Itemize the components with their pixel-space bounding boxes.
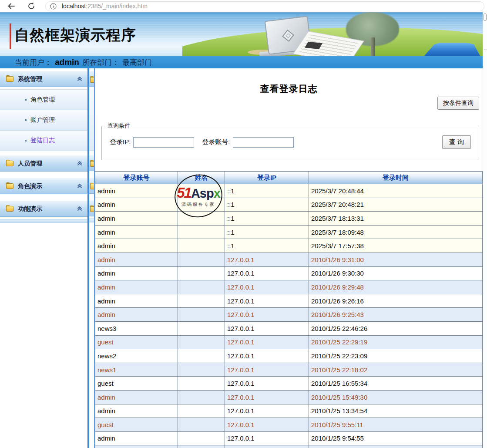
table-row: admin127.0.0.12010/1/26 9:30:30 xyxy=(95,266,483,280)
table-row: admin127.0.0.12010/1/26 9:25:43 xyxy=(95,308,483,322)
cell-time: 2025/3/7 17:57:38 xyxy=(309,239,483,253)
scrollbar-thumb[interactable] xyxy=(484,13,487,21)
cell-time: 2010/1/25 22:46:26 xyxy=(309,321,483,335)
cell-name xyxy=(178,390,225,404)
cell-time xyxy=(309,445,483,448)
folder-icon xyxy=(6,76,13,82)
menu-group-人员管理[interactable]: 人员管理 xyxy=(0,155,87,172)
cell-time: 2025/3/7 20:48:44 xyxy=(309,184,483,198)
login-account-label: 登录账号: xyxy=(202,138,230,146)
table-row: guest127.0.0.12010/1/25 16:55:34 xyxy=(95,377,483,391)
cell-name xyxy=(178,184,225,198)
back-icon[interactable] xyxy=(7,2,16,10)
cell-name xyxy=(178,404,225,418)
collapse-chevron-icon[interactable] xyxy=(77,205,82,213)
cell-account: admin xyxy=(95,404,178,418)
address-bar[interactable]: localhost:2385/_main/index.htm xyxy=(45,1,484,11)
cell-time: 2010/1/25 16:55:34 xyxy=(309,377,483,391)
cell-ip: ::1 xyxy=(225,198,309,212)
cell-account: admin xyxy=(95,198,178,212)
cell-account: admin xyxy=(95,212,178,226)
user-status-bar: 当前用户： admin 所在部门： 最高部门 xyxy=(0,56,483,68)
cell-account: news3 xyxy=(95,321,178,335)
cell-time: 2010/1/25 15:49:30 xyxy=(309,390,483,404)
url-path: :2385/_main/index.htm xyxy=(86,3,148,10)
sidebar-item-角色管理[interactable]: 角色管理 xyxy=(0,90,87,110)
cell-account: admin xyxy=(95,253,178,266)
secondary-menu-strip xyxy=(87,68,95,448)
cell-name xyxy=(178,294,225,308)
cell-name xyxy=(178,280,225,294)
url-text: localhost:2385/_main/index.htm xyxy=(62,3,148,10)
cell-name xyxy=(178,321,225,335)
cell-name xyxy=(178,253,225,266)
cell-account: admin xyxy=(95,431,178,445)
folder-icon xyxy=(90,184,95,189)
cell-account: guest xyxy=(95,335,178,349)
collapse-chevron-icon[interactable] xyxy=(77,75,82,83)
query-conditions-legend: 查询条件 xyxy=(105,122,132,130)
table-row: guest127.0.0.12010/1/25 22:29:19 xyxy=(95,335,483,349)
cell-account: admin xyxy=(95,225,178,239)
collapse-chevron-icon[interactable] xyxy=(77,182,82,190)
department-label: 所在部门： xyxy=(82,57,119,67)
table-row: news2127.0.0.12010/1/25 22:23:09 xyxy=(95,349,483,363)
url-host: localhost xyxy=(62,3,86,10)
page-title: 查看登录日志 xyxy=(95,83,483,95)
column-header-姓名: 姓名 xyxy=(178,172,225,184)
sidebar-item-登陆日志[interactable]: 登陆日志 xyxy=(0,131,87,151)
log-table-body: admin::12025/3/7 20:48:44admin::12025/3/… xyxy=(95,184,483,448)
cell-time: 2025/3/7 18:09:48 xyxy=(309,225,483,239)
app-title: 自然框架演示程序 xyxy=(14,25,136,45)
filter-by-condition-button[interactable]: 按条件查询 xyxy=(437,97,479,110)
cell-ip xyxy=(225,445,309,448)
banner-tab-shape xyxy=(424,43,480,56)
bullet-icon xyxy=(25,119,27,121)
table-row: admin::12025/3/7 20:48:21 xyxy=(95,198,483,212)
query-conditions-fieldset: 查询条件 登录IP: 登录账号: 查 询 xyxy=(101,122,479,160)
sidebar-item-账户管理[interactable]: 账户管理 xyxy=(0,110,87,131)
login-account-input[interactable] xyxy=(233,137,294,148)
cell-name xyxy=(178,349,225,363)
cell-ip: 127.0.0.1 xyxy=(225,390,309,404)
menu-group-系统管理[interactable]: 系统管理 xyxy=(0,71,87,87)
column-header-登录时间: 登录时间 xyxy=(309,172,483,184)
menu-group-角色演示[interactable]: 角色演示 xyxy=(0,178,87,194)
department-value: 最高部门 xyxy=(122,57,152,67)
cell-name xyxy=(178,308,225,322)
cell-time: 2010/1/26 9:30:30 xyxy=(309,266,483,280)
table-row: news1127.0.0.12010/1/25 22:18:02 xyxy=(95,363,483,377)
table-row: admin127.0.0.12010/1/26 9:26:16 xyxy=(95,294,483,308)
cell-account: admin xyxy=(95,184,178,198)
cell-name xyxy=(178,418,225,432)
cell-name xyxy=(178,198,225,212)
cell-time: 2010/1/25 9:55:11 xyxy=(309,418,483,432)
refresh-icon[interactable] xyxy=(27,2,36,10)
cell-time: 2010/1/26 9:31:00 xyxy=(309,253,483,266)
login-ip-input[interactable] xyxy=(133,137,194,148)
cell-time: 2025/3/7 20:48:21 xyxy=(309,198,483,212)
collapse-chevron-icon[interactable] xyxy=(77,160,82,168)
cell-ip: 127.0.0.1 xyxy=(225,294,309,308)
search-button[interactable]: 查 询 xyxy=(442,135,471,149)
folder-icon xyxy=(90,77,95,83)
scrollbar-dots: ·· xyxy=(484,47,487,51)
cell-ip: 127.0.0.1 xyxy=(225,363,309,377)
cell-account: admin xyxy=(95,266,178,280)
table-row: admin::12025/3/7 17:57:38 xyxy=(95,239,483,253)
table-row: admin127.0.0.12010/1/25 13:34:54 xyxy=(95,404,483,418)
login-ip-label: 登录IP: xyxy=(110,138,131,146)
cell-name xyxy=(178,212,225,226)
menu-group-功能演示[interactable]: 功能演示 xyxy=(0,201,87,217)
cell-account: admin xyxy=(95,390,178,404)
page-info-icon[interactable] xyxy=(50,3,57,10)
vertical-scrollbar[interactable]: ·· xyxy=(483,12,487,448)
cell-time: 2010/1/25 13:34:54 xyxy=(309,404,483,418)
table-row: admin127.0.0.12010/1/26 9:31:00 xyxy=(95,253,483,266)
table-row: admin127.0.0.12010/1/25 15:49:30 xyxy=(95,390,483,404)
cell-name xyxy=(178,377,225,391)
cell-ip: 127.0.0.1 xyxy=(225,404,309,418)
cell-ip: 127.0.0.1 xyxy=(225,308,309,322)
table-row: admin::12025/3/7 18:13:31 xyxy=(95,212,483,226)
folder-icon xyxy=(90,161,95,167)
